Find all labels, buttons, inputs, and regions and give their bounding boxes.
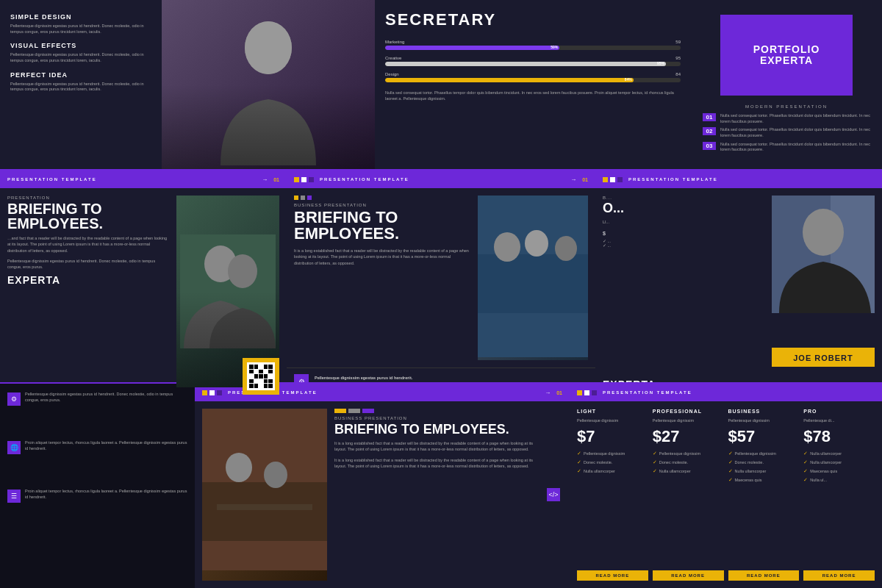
left-dark-panel: ⚙ Pellentesque dignissim egestas purus i… [0,384,195,588]
price-amount-biz: $57 [728,429,800,445]
qr-inner [247,362,275,390]
pricing-content: LIGHT Pellentesque dignissim $7 ✓Pellent… [570,401,882,588]
dot-y-p [577,390,582,395]
slide-num-bottom: 01 [556,390,562,395]
feature-light-3: ✓Nulla ullamcorper [577,468,648,474]
globe-icon-dark: 🌐 [7,441,21,454]
briefing-title-mid: BRIEFING TO EMPLOYEES. [294,209,470,242]
f-text: Donec molestie. [584,460,612,465]
bottom-name: Pellentesque dignissim egestas purus id … [315,376,412,381]
secretary-title: SECRETARY [385,10,681,29]
dark-text-2: Proin aliquet tempor lectus, rhoncus lig… [25,440,187,452]
f-text: Donec molestie. [735,460,764,465]
feature-pro2-1: ✓Nulla ullamcorper [803,451,875,456]
num-badge-1: 01 [703,113,716,121]
dot-white-r [610,177,615,182]
right-text: B... O... LI... $ ✓ ... ✓ ... [603,196,766,367]
skill-name-2: Creative [385,56,401,60]
read-more-light[interactable]: READ MORE [577,570,648,581]
side-icon-col: </> [545,409,562,581]
briefing-img-col-left [176,196,279,387]
bottom-text: BUSINESS PRESENTATION BRIEFING TO EMPLOY… [334,409,537,581]
portfolio-slide: PORTFOLIOEXPERTA MODERN PRESENTATION 01 … [691,0,882,169]
arrow-icon-mid: → [570,176,576,183]
svg-point-7 [494,232,520,262]
dot-sm-g [301,196,305,200]
svg-rect-14 [202,482,327,541]
template-label-mid: PRESENTATION TEMPLATE [320,177,564,182]
dark-text-3: Proin aliquet tempor lectus, rhoncus lig… [25,488,187,501]
creative-skill: Creative 95 95% [385,56,681,66]
read-more-biz[interactable]: READ MORE [728,570,800,581]
briefing-text-left: PRESENTATION BRIEFING TO EMPLOYEES. …and… [7,196,171,387]
portfolio-num-3: 03 Nulla sed consequat tortor. Phasellus… [703,142,870,153]
pricing-slide: PRESENTATION TEMPLATE LIGHT Pellentesque… [570,384,882,588]
color-dots-bottom [334,409,537,413]
feature-pro2-2: ✓Nulla ullamcorper [803,459,875,465]
features-right: ✓ ... ✓ ... [603,239,766,248]
joe-robert-col: JOE ROBERT [772,196,875,367]
section-text-3: Pellentesque dignissim egestas purus id … [10,82,151,93]
skill-pct-label: 59% [551,46,558,49]
section-title-2: VISUAL EFFECTS [10,42,151,49]
price-title-biz: BUSINESS [728,409,800,414]
svg-rect-2 [180,234,276,348]
briefing-p1: It is a long established fact that a rea… [334,440,537,453]
section-text-2: Pellentesque dignissim egestas purus id … [10,52,151,63]
briefing-title-bottom: BRIEFING TO EMPLOYEES. [334,423,537,436]
dot-p-sm [362,409,374,413]
svg-point-0 [245,21,292,74]
design-skill: Design 84 84% [385,72,681,82]
svg-point-3 [204,245,237,282]
dot-sm-y [294,196,298,200]
joe-robert-name: JOE ROBERT [793,354,853,362]
dots-mid [294,177,314,182]
price-sub-pro2: Pellentesque di... [803,418,875,423]
portfolio-nums: 01 Nulla sed consequat tortor. Phasellus… [698,109,875,157]
skill-pct-label-2: 95% [657,62,664,65]
price-col-pro2: PRO Pellentesque di... $78 ✓Nulla ullamc… [803,409,875,581]
num-badge-2: 02 [703,127,716,135]
svg-point-4 [228,254,257,288]
dot-w-b [209,390,215,395]
feature-pro2-4: ✓Nulla ul... [803,477,875,483]
feature-light-2: ✓Donec molestie. [577,459,648,465]
row1: SIMPLE DESIGN Pellentesque dignissim ege… [0,0,882,169]
f-text: Nulla ullamcorper [735,469,767,473]
joe-robert-photo [772,196,875,313]
portfolio-title: PORTFOLIOEXPERTA [753,44,820,67]
dot-w-p [584,390,589,395]
briefing-slide-mid: PRESENTATION TEMPLATE → 01 BUSINESS PRES… [287,171,595,395]
num-text-2: Nulla sed consequat tortor. Phasellus ti… [720,127,870,138]
price-title-pro: PROFESSIONAL [653,409,724,414]
svg-point-16 [264,462,287,488]
section-text: Pellentesque dignissim egestas purus id … [10,24,151,35]
skill-fill-design: 84% [385,78,634,82]
mid-text: BUSINESS PRESENTATION BRIEFING TO EMPLOY… [294,196,470,360]
price-amount-pro: $27 [653,429,724,445]
dark-item-3: ☰ Proin aliquet tempor lectus, rhoncus l… [7,488,187,503]
dark-text-1: Pellentesque dignissim egestas purus id … [25,391,187,404]
skill-percent-2: 95 [675,56,681,60]
secretary-slide: SECRETARY Marketing 59 59% Creative 95 9… [375,0,691,169]
briefing-slide-bottom: PRESENTATION TEMPLATE → 01 [195,384,570,588]
read-more-pro2[interactable]: READ MORE [803,570,875,581]
skill-fill-creative: 95% [385,62,666,66]
briefing-title-right: O... [603,201,766,215]
price-teaser: $ [603,231,766,236]
bottom-content: BUSINESS PRESENTATION BRIEFING TO EMPLOY… [195,401,570,588]
dot-y-b [202,390,207,395]
read-more-pro[interactable]: READ MORE [653,570,724,581]
row2: PRESENTATION TEMPLATE → 01 PRESENTATION … [0,169,882,382]
feature-biz-3: ✓Nulla ullamcorper [728,468,800,474]
template-label-right: PRESENTATION TEMPLATE [628,177,875,182]
svg-point-8 [525,230,548,257]
briefing-text-2: Pellentesque dignissim egestas purus id … [7,258,171,270]
dot-p-b [217,390,222,395]
f-text: Maecenas quis [810,469,837,473]
dark-item-1: ⚙ Pellentesque dignissim egestas purus i… [7,391,187,406]
f-text: Nulla ullamcorper [810,460,842,465]
row3: ⚙ Pellentesque dignissim egestas purus i… [0,382,882,588]
f-text: Pellentesque dignissim [584,451,625,456]
svg-rect-17 [217,504,312,510]
